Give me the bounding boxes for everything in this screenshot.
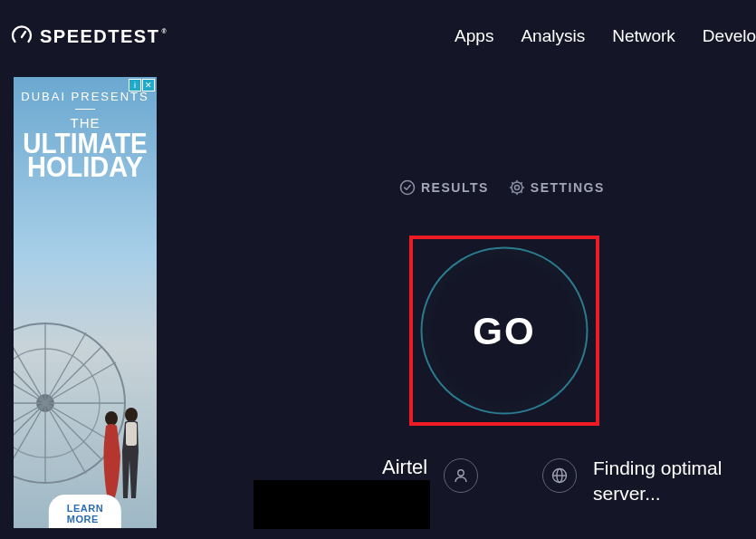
svg-line-0 [22,32,25,37]
svg-point-21 [125,408,138,422]
server-icon-circle[interactable] [542,458,577,493]
logo[interactable]: SPEEDTEST [11,25,166,47]
svg-point-20 [105,411,118,426]
check-circle-icon [399,179,416,196]
ad-headline-line3: HOLIDAY [14,154,157,181]
results-label: RESULTS [421,180,489,195]
go-button[interactable]: GO [421,247,589,415]
settings-button[interactable]: SETTINGS [509,179,605,196]
user-icon [452,467,470,485]
go-highlight-box: GO [409,236,599,426]
nav-apps[interactable]: Apps [455,26,493,46]
tool-strip: RESULTS SETTINGS [399,179,605,196]
ad-badge: i ✕ [129,79,155,91]
speedtest-logo-icon [11,25,33,47]
page-header: SPEEDTEST Apps Analysis Network Develo [0,0,756,72]
couple-image [95,406,149,505]
svg-rect-22 [126,422,137,446]
ad-banner[interactable]: i ✕ DUBAI PRESENTS THE ULTIMATE HOLIDAY [14,77,157,528]
server-status-text: Finding optimal server... [593,456,756,507]
ad-info-icon[interactable]: i [129,79,141,91]
isp-group: Airtel [382,456,427,483]
settings-label: SETTINGS [531,180,605,195]
go-label: GO [473,309,535,352]
results-button[interactable]: RESULTS [399,179,489,196]
ad-cta-button[interactable]: LEARN MORE [49,495,121,528]
ad-divider [75,109,95,110]
ad-close-icon[interactable]: ✕ [142,79,155,91]
nav-developers[interactable]: Develo [703,26,756,46]
svg-point-26 [458,470,464,476]
gear-icon [509,179,525,196]
brand-name: SPEEDTEST [40,26,166,47]
isp-name: Airtel [382,456,427,479]
globe-icon [550,467,569,485]
nav-network[interactable]: Network [612,26,675,46]
main-nav: Apps Analysis Network Develo [455,26,756,46]
svg-line-19 [14,332,45,403]
connection-info: Airtel Finding optimal server... [382,456,756,507]
user-icon-circle[interactable] [444,458,478,493]
nav-analysis[interactable]: Analysis [521,26,585,46]
svg-line-16 [14,403,45,474]
svg-point-25 [512,182,522,193]
svg-point-24 [514,186,519,190]
